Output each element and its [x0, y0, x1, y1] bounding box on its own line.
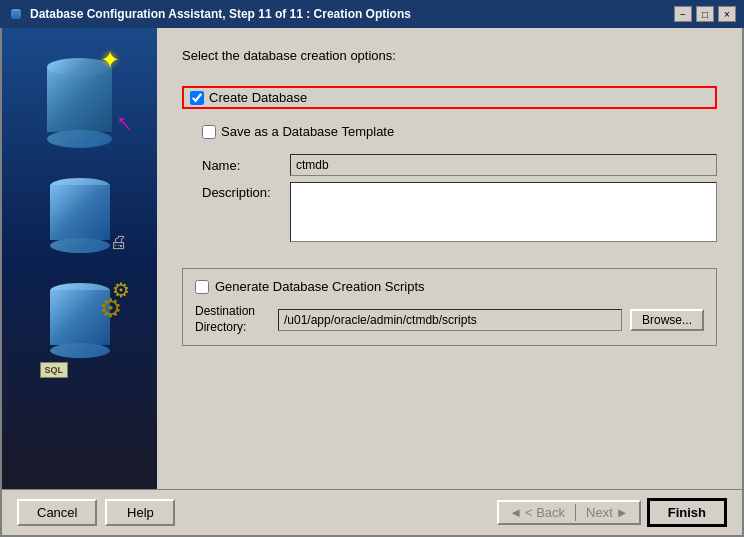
main-content: Select the database creation options: Cr…: [157, 28, 742, 489]
destination-row: Destination Directory: Browse...: [195, 304, 704, 335]
arrow-up-icon: ↑: [109, 106, 139, 138]
name-label: Name:: [202, 158, 282, 173]
minimize-button[interactable]: −: [674, 6, 692, 22]
window-controls: − □ ×: [674, 6, 736, 22]
next-label: Next: [586, 505, 613, 520]
save-template-label[interactable]: Save as a Database Template: [221, 124, 394, 139]
sparkle-icon: ✦: [100, 46, 120, 74]
generate-scripts-checkbox[interactable]: [195, 280, 209, 294]
back-next-group: ◄ < Back Next ►: [497, 500, 641, 525]
maximize-button[interactable]: □: [696, 6, 714, 22]
save-template-checkbox-wrapper: Save as a Database Template: [202, 124, 717, 139]
main-window: ✦ ↑ 🖨 ⚙ ⚙ SQL Select the databa: [0, 28, 744, 537]
save-template-checkbox[interactable]: [202, 125, 216, 139]
description-textarea[interactable]: [290, 182, 717, 242]
back-arrow-icon: ◄: [509, 505, 522, 520]
app-icon: [8, 6, 24, 22]
right-buttons: ◄ < Back Next ► Finish: [497, 498, 727, 527]
generate-scripts-label[interactable]: Generate Database Creation Scripts: [215, 279, 425, 294]
button-bar: Cancel Help ◄ < Back Next ► Finish: [2, 489, 742, 535]
destination-input[interactable]: [278, 309, 622, 331]
floppy-icon: 🖨: [110, 232, 128, 253]
sql-book: SQL: [40, 362, 69, 378]
destination-label: Destination Directory:: [195, 304, 270, 335]
title-bar: Database Configuration Assistant, Step 1…: [0, 0, 744, 28]
browse-button[interactable]: Browse...: [630, 309, 704, 331]
sidebar: ✦ ↑ 🖨 ⚙ ⚙ SQL: [2, 28, 157, 489]
description-label: Description:: [202, 182, 282, 200]
next-arrow-icon: ►: [616, 505, 629, 520]
description-group: Description:: [202, 182, 717, 242]
form-area: Name: Description:: [202, 154, 717, 248]
create-database-label[interactable]: Create Database: [209, 90, 307, 105]
finish-button[interactable]: Finish: [647, 498, 727, 527]
select-label: Select the database creation options:: [182, 48, 717, 63]
cancel-button[interactable]: Cancel: [17, 499, 97, 526]
create-database-checkbox[interactable]: [190, 91, 204, 105]
scripts-section: Generate Database Creation Scripts Desti…: [182, 268, 717, 346]
left-buttons: Cancel Help: [17, 499, 175, 526]
back-label: < Back: [525, 505, 565, 520]
window-title: Database Configuration Assistant, Step 1…: [30, 7, 674, 21]
create-database-checkbox-wrapper: Create Database: [182, 86, 717, 109]
next-button[interactable]: Next ►: [576, 502, 639, 523]
help-button[interactable]: Help: [105, 499, 175, 526]
name-input[interactable]: [290, 154, 717, 176]
close-button[interactable]: ×: [718, 6, 736, 22]
back-button[interactable]: ◄ < Back: [499, 502, 575, 523]
svg-point-2: [11, 15, 21, 19]
scripts-checkbox-wrapper: Generate Database Creation Scripts: [195, 279, 704, 294]
content-area: ✦ ↑ 🖨 ⚙ ⚙ SQL Select the databa: [2, 28, 742, 489]
name-group: Name:: [202, 154, 717, 176]
gear-icon-2: ⚙: [99, 293, 122, 324]
